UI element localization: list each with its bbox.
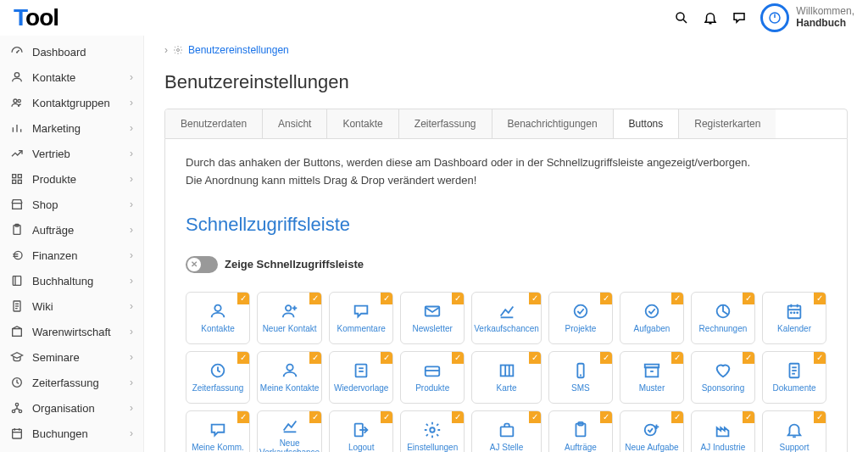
user-menu[interactable]: Willkommen, Handbuch (760, 3, 854, 32)
tile-einstellungen[interactable]: ✓ Einstellungen (400, 410, 465, 452)
check-icon[interactable]: ✓ (743, 293, 754, 304)
tab-registerkarten[interactable]: Registerkarten (679, 109, 776, 138)
check-icon[interactable]: ✓ (814, 352, 826, 364)
check-icon[interactable]: ✓ (529, 352, 541, 364)
check-icon[interactable]: ✓ (237, 352, 249, 364)
tile-aj-stelle[interactable]: ✓ AJ Stelle (471, 410, 542, 452)
sidebar-item-wiki[interactable]: Wiki › (0, 293, 143, 319)
check-icon[interactable]: ✓ (309, 411, 321, 423)
check-icon[interactable]: ✓ (671, 293, 683, 304)
tab-benutzerdaten[interactable]: Benutzerdaten (165, 109, 263, 138)
toggle-quick-access[interactable]: ✕ (186, 256, 218, 273)
sidebar-item-label: Buchungen (32, 427, 130, 440)
check-icon[interactable]: ✓ (600, 352, 612, 364)
sidebar-item-vertrieb[interactable]: Vertrieb › (0, 141, 143, 166)
gear-icon (423, 421, 442, 439)
check-icon[interactable]: ✓ (309, 352, 321, 364)
tile-verkaufschancen[interactable]: ✓ Verkaufschancen (471, 292, 542, 344)
tile-sponsoring[interactable]: ✓ Sponsoring (691, 351, 755, 404)
hint-line1: Durch das anhaken der Buttons, werden di… (186, 154, 826, 172)
check-icon[interactable]: ✓ (452, 411, 464, 423)
tile-label: Sponsoring (700, 383, 747, 393)
sidebar-item-marketing[interactable]: Marketing › (0, 115, 143, 141)
sidebar-item-finanzen[interactable]: Finanzen › (0, 243, 143, 268)
tab-ansicht[interactable]: Ansicht (263, 109, 327, 138)
tile-aj-industrie[interactable]: ✓ AJ Industrie (691, 410, 755, 452)
tab-zeiterfassung[interactable]: Zeiterfassung (399, 109, 492, 138)
tile-wiedervorlage[interactable]: ✓ Wiedervorlage (329, 351, 393, 404)
check-icon[interactable]: ✓ (381, 352, 392, 364)
chat-icon[interactable] (732, 10, 747, 25)
sidebar-item-zeiterfassung[interactable]: Zeiterfassung › (0, 370, 143, 395)
tile-newsletter[interactable]: ✓ Newsletter (400, 292, 465, 344)
tile-karte[interactable]: ✓ Karte (471, 351, 542, 404)
sidebar-item-buchungen[interactable]: Buchungen › (0, 421, 143, 446)
sidebar-item-kontaktgruppen[interactable]: Kontaktgruppen › (0, 90, 143, 115)
tile-kommentare[interactable]: ✓ Kommentare (329, 292, 393, 344)
tile-kontakte[interactable]: ✓ Kontakte (186, 292, 250, 344)
check-icon[interactable]: ✓ (452, 293, 464, 304)
check-icon[interactable]: ✓ (671, 352, 683, 364)
check-icon (643, 302, 661, 321)
tile-label: Wiedervorlage (332, 383, 390, 393)
tile-zeiterfassung[interactable]: ✓ Zeiterfassung (186, 351, 250, 404)
tile-produkte[interactable]: ✓ Produkte (400, 351, 465, 404)
sidebar-item-shop[interactable]: Shop › (0, 192, 143, 217)
person-plus-icon (281, 302, 299, 321)
check-icon[interactable]: ✓ (309, 293, 321, 304)
check-icon[interactable]: ✓ (452, 352, 464, 364)
sidebar-item-warenwirtschaft[interactable]: Warenwirtschaft › (0, 319, 143, 344)
check-icon[interactable]: ✓ (814, 411, 826, 423)
sidebar-item-seminare[interactable]: Seminare › (0, 344, 143, 370)
tile-sms[interactable]: ✓ SMS (548, 351, 613, 404)
bell-icon[interactable] (703, 10, 718, 25)
check-icon[interactable]: ✓ (671, 411, 683, 423)
sidebar-item-kontakte[interactable]: Kontakte › (0, 64, 143, 90)
tab-kontakte[interactable]: Kontakte (327, 109, 398, 138)
tile-meine-kontakte[interactable]: ✓ Meine Kontakte (257, 351, 322, 404)
check-icon[interactable]: ✓ (814, 293, 826, 304)
tile-neue-aufgabe[interactable]: ✓ Neue Aufgabe (620, 410, 684, 452)
power-icon (767, 10, 782, 25)
tile-label: Karte (495, 383, 519, 393)
tile-neue-verkaufschance[interactable]: ✓ Neue Verkaufschance (257, 410, 322, 452)
check-icon[interactable]: ✓ (529, 411, 541, 423)
tile-aufgaben[interactable]: ✓ Aufgaben (620, 292, 684, 344)
sidebar-item-organisation[interactable]: Organisation › (0, 395, 143, 421)
tab-benachrichtigungen[interactable]: Benachrichtigungen (492, 109, 614, 138)
sidebar-item-buchhaltung[interactable]: Buchhaltung › (0, 268, 143, 293)
tile-meine-komm-[interactable]: ✓ Meine Komm. (186, 410, 250, 452)
tile-projekte[interactable]: ✓ Projekte (548, 292, 613, 344)
tile-logout[interactable]: ✓ Logout (329, 410, 393, 452)
check-icon[interactable]: ✓ (237, 293, 249, 304)
phone-icon (571, 361, 590, 380)
clock-icon (10, 376, 24, 389)
check-icon[interactable]: ✓ (600, 411, 612, 423)
toggle-knob: ✕ (187, 258, 201, 271)
check-icon[interactable]: ✓ (381, 293, 392, 304)
search-icon[interactable] (674, 10, 689, 25)
chevron-right-icon: › (130, 173, 133, 185)
tile-neuer-kontakt[interactable]: ✓ Neuer Kontakt (257, 292, 322, 344)
check-icon[interactable]: ✓ (600, 293, 612, 304)
tile-auftr-ge[interactable]: ✓ Aufträge (548, 410, 613, 452)
check-icon[interactable]: ✓ (743, 411, 754, 423)
tile-label: Dokumente (771, 383, 817, 393)
check-icon[interactable]: ✓ (529, 293, 541, 304)
tile-support[interactable]: ✓ Support (762, 410, 826, 452)
tab-buttons[interactable]: Buttons (614, 109, 680, 139)
tile-muster[interactable]: ✓ Muster (620, 351, 684, 404)
breadcrumb-current[interactable]: Benutzereinstellungen (188, 44, 289, 56)
check-icon[interactable]: ✓ (237, 411, 249, 423)
sidebar-item-zertifikate[interactable]: Zertifikate › (0, 446, 143, 452)
tile-rechnungen[interactable]: ✓ Rechnungen (691, 292, 755, 344)
breadcrumb-chevron-icon: › (164, 44, 168, 56)
tile-dokumente[interactable]: ✓ Dokumente (762, 351, 826, 404)
sidebar-item-aufträge[interactable]: Aufträge › (0, 217, 143, 243)
logo[interactable]: Tool (14, 4, 58, 31)
check-icon[interactable]: ✓ (381, 411, 392, 423)
sidebar-item-dashboard[interactable]: Dashboard (0, 39, 143, 64)
check-icon[interactable]: ✓ (743, 352, 754, 364)
sidebar-item-produkte[interactable]: Produkte › (0, 166, 143, 192)
tile-kalender[interactable]: ✓ Kalender (762, 292, 826, 344)
